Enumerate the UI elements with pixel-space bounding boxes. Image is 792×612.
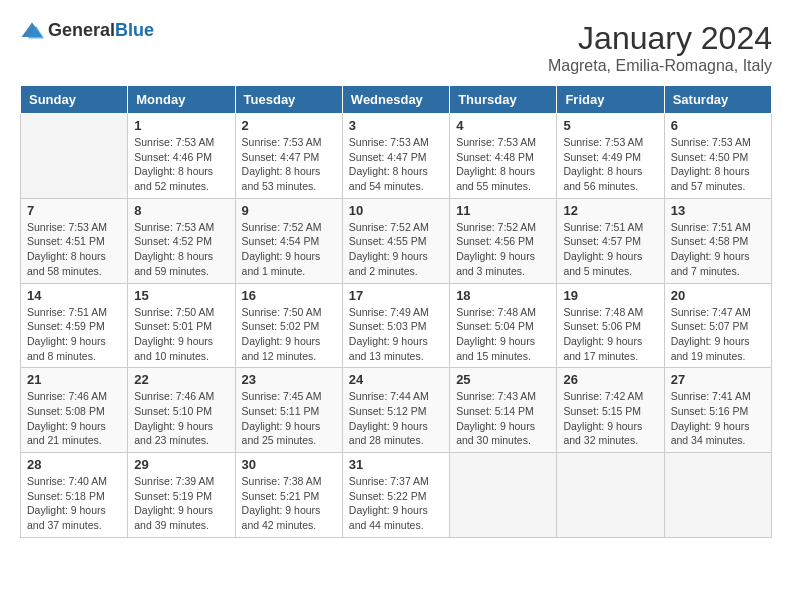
day-number: 1 xyxy=(134,118,228,133)
day-number: 29 xyxy=(134,457,228,472)
calendar-cell: 28Sunrise: 7:40 AM Sunset: 5:18 PM Dayli… xyxy=(21,453,128,538)
header-monday: Monday xyxy=(128,86,235,114)
logo: GeneralBlue xyxy=(20,20,154,41)
day-number: 27 xyxy=(671,372,765,387)
calendar-cell: 15Sunrise: 7:50 AM Sunset: 5:01 PM Dayli… xyxy=(128,283,235,368)
day-info: Sunrise: 7:39 AM Sunset: 5:19 PM Dayligh… xyxy=(134,474,228,533)
day-number: 15 xyxy=(134,288,228,303)
day-number: 2 xyxy=(242,118,336,133)
day-number: 22 xyxy=(134,372,228,387)
day-info: Sunrise: 7:53 AM Sunset: 4:47 PM Dayligh… xyxy=(349,135,443,194)
calendar-cell xyxy=(21,114,128,199)
title-block: January 2024 Magreta, Emilia-Romagna, It… xyxy=(548,20,772,75)
calendar-week-4: 28Sunrise: 7:40 AM Sunset: 5:18 PM Dayli… xyxy=(21,453,772,538)
day-number: 25 xyxy=(456,372,550,387)
day-info: Sunrise: 7:46 AM Sunset: 5:10 PM Dayligh… xyxy=(134,389,228,448)
calendar-cell: 14Sunrise: 7:51 AM Sunset: 4:59 PM Dayli… xyxy=(21,283,128,368)
calendar-cell: 5Sunrise: 7:53 AM Sunset: 4:49 PM Daylig… xyxy=(557,114,664,199)
header-sunday: Sunday xyxy=(21,86,128,114)
day-number: 21 xyxy=(27,372,121,387)
calendar-week-2: 14Sunrise: 7:51 AM Sunset: 4:59 PM Dayli… xyxy=(21,283,772,368)
day-number: 4 xyxy=(456,118,550,133)
calendar-cell: 2Sunrise: 7:53 AM Sunset: 4:47 PM Daylig… xyxy=(235,114,342,199)
day-number: 11 xyxy=(456,203,550,218)
day-info: Sunrise: 7:53 AM Sunset: 4:51 PM Dayligh… xyxy=(27,220,121,279)
main-title: January 2024 xyxy=(548,20,772,57)
day-number: 7 xyxy=(27,203,121,218)
day-number: 6 xyxy=(671,118,765,133)
day-number: 20 xyxy=(671,288,765,303)
calendar-week-0: 1Sunrise: 7:53 AM Sunset: 4:46 PM Daylig… xyxy=(21,114,772,199)
day-number: 17 xyxy=(349,288,443,303)
calendar-cell: 6Sunrise: 7:53 AM Sunset: 4:50 PM Daylig… xyxy=(664,114,771,199)
day-info: Sunrise: 7:53 AM Sunset: 4:49 PM Dayligh… xyxy=(563,135,657,194)
calendar-cell: 29Sunrise: 7:39 AM Sunset: 5:19 PM Dayli… xyxy=(128,453,235,538)
calendar-cell: 25Sunrise: 7:43 AM Sunset: 5:14 PM Dayli… xyxy=(450,368,557,453)
calendar-cell: 4Sunrise: 7:53 AM Sunset: 4:48 PM Daylig… xyxy=(450,114,557,199)
header-tuesday: Tuesday xyxy=(235,86,342,114)
calendar-cell: 1Sunrise: 7:53 AM Sunset: 4:46 PM Daylig… xyxy=(128,114,235,199)
day-info: Sunrise: 7:52 AM Sunset: 4:56 PM Dayligh… xyxy=(456,220,550,279)
calendar-cell: 20Sunrise: 7:47 AM Sunset: 5:07 PM Dayli… xyxy=(664,283,771,368)
calendar-cell: 24Sunrise: 7:44 AM Sunset: 5:12 PM Dayli… xyxy=(342,368,449,453)
day-info: Sunrise: 7:46 AM Sunset: 5:08 PM Dayligh… xyxy=(27,389,121,448)
calendar-cell: 3Sunrise: 7:53 AM Sunset: 4:47 PM Daylig… xyxy=(342,114,449,199)
day-number: 18 xyxy=(456,288,550,303)
calendar-cell: 9Sunrise: 7:52 AM Sunset: 4:54 PM Daylig… xyxy=(235,198,342,283)
day-number: 16 xyxy=(242,288,336,303)
calendar-cell: 17Sunrise: 7:49 AM Sunset: 5:03 PM Dayli… xyxy=(342,283,449,368)
calendar-cell: 19Sunrise: 7:48 AM Sunset: 5:06 PM Dayli… xyxy=(557,283,664,368)
calendar-cell: 7Sunrise: 7:53 AM Sunset: 4:51 PM Daylig… xyxy=(21,198,128,283)
day-number: 28 xyxy=(27,457,121,472)
calendar-week-1: 7Sunrise: 7:53 AM Sunset: 4:51 PM Daylig… xyxy=(21,198,772,283)
calendar-cell: 26Sunrise: 7:42 AM Sunset: 5:15 PM Dayli… xyxy=(557,368,664,453)
day-info: Sunrise: 7:53 AM Sunset: 4:52 PM Dayligh… xyxy=(134,220,228,279)
header-thursday: Thursday xyxy=(450,86,557,114)
day-info: Sunrise: 7:44 AM Sunset: 5:12 PM Dayligh… xyxy=(349,389,443,448)
day-number: 23 xyxy=(242,372,336,387)
calendar-cell: 27Sunrise: 7:41 AM Sunset: 5:16 PM Dayli… xyxy=(664,368,771,453)
day-number: 5 xyxy=(563,118,657,133)
day-info: Sunrise: 7:53 AM Sunset: 4:47 PM Dayligh… xyxy=(242,135,336,194)
day-info: Sunrise: 7:53 AM Sunset: 4:50 PM Dayligh… xyxy=(671,135,765,194)
calendar-cell: 23Sunrise: 7:45 AM Sunset: 5:11 PM Dayli… xyxy=(235,368,342,453)
calendar-cell: 12Sunrise: 7:51 AM Sunset: 4:57 PM Dayli… xyxy=(557,198,664,283)
header-wednesday: Wednesday xyxy=(342,86,449,114)
day-number: 13 xyxy=(671,203,765,218)
day-info: Sunrise: 7:51 AM Sunset: 4:59 PM Dayligh… xyxy=(27,305,121,364)
calendar-table: SundayMondayTuesdayWednesdayThursdayFrid… xyxy=(20,85,772,538)
day-number: 10 xyxy=(349,203,443,218)
calendar-cell xyxy=(557,453,664,538)
header-saturday: Saturday xyxy=(664,86,771,114)
page-header: GeneralBlue January 2024 Magreta, Emilia… xyxy=(20,20,772,75)
day-number: 3 xyxy=(349,118,443,133)
day-info: Sunrise: 7:45 AM Sunset: 5:11 PM Dayligh… xyxy=(242,389,336,448)
day-number: 14 xyxy=(27,288,121,303)
day-number: 9 xyxy=(242,203,336,218)
day-info: Sunrise: 7:37 AM Sunset: 5:22 PM Dayligh… xyxy=(349,474,443,533)
day-info: Sunrise: 7:41 AM Sunset: 5:16 PM Dayligh… xyxy=(671,389,765,448)
calendar-cell: 8Sunrise: 7:53 AM Sunset: 4:52 PM Daylig… xyxy=(128,198,235,283)
calendar-week-3: 21Sunrise: 7:46 AM Sunset: 5:08 PM Dayli… xyxy=(21,368,772,453)
calendar-cell: 16Sunrise: 7:50 AM Sunset: 5:02 PM Dayli… xyxy=(235,283,342,368)
calendar-cell: 31Sunrise: 7:37 AM Sunset: 5:22 PM Dayli… xyxy=(342,453,449,538)
day-info: Sunrise: 7:49 AM Sunset: 5:03 PM Dayligh… xyxy=(349,305,443,364)
day-info: Sunrise: 7:51 AM Sunset: 4:58 PM Dayligh… xyxy=(671,220,765,279)
day-number: 31 xyxy=(349,457,443,472)
subtitle: Magreta, Emilia-Romagna, Italy xyxy=(548,57,772,75)
day-number: 26 xyxy=(563,372,657,387)
calendar-cell: 13Sunrise: 7:51 AM Sunset: 4:58 PM Dayli… xyxy=(664,198,771,283)
day-info: Sunrise: 7:47 AM Sunset: 5:07 PM Dayligh… xyxy=(671,305,765,364)
calendar-cell: 30Sunrise: 7:38 AM Sunset: 5:21 PM Dayli… xyxy=(235,453,342,538)
calendar-cell: 18Sunrise: 7:48 AM Sunset: 5:04 PM Dayli… xyxy=(450,283,557,368)
logo-general: General xyxy=(48,20,115,40)
calendar-cell: 10Sunrise: 7:52 AM Sunset: 4:55 PM Dayli… xyxy=(342,198,449,283)
calendar-cell xyxy=(664,453,771,538)
calendar-cell: 22Sunrise: 7:46 AM Sunset: 5:10 PM Dayli… xyxy=(128,368,235,453)
day-info: Sunrise: 7:40 AM Sunset: 5:18 PM Dayligh… xyxy=(27,474,121,533)
day-info: Sunrise: 7:50 AM Sunset: 5:01 PM Dayligh… xyxy=(134,305,228,364)
day-info: Sunrise: 7:52 AM Sunset: 4:55 PM Dayligh… xyxy=(349,220,443,279)
calendar-cell xyxy=(450,453,557,538)
day-info: Sunrise: 7:53 AM Sunset: 4:46 PM Dayligh… xyxy=(134,135,228,194)
day-number: 12 xyxy=(563,203,657,218)
